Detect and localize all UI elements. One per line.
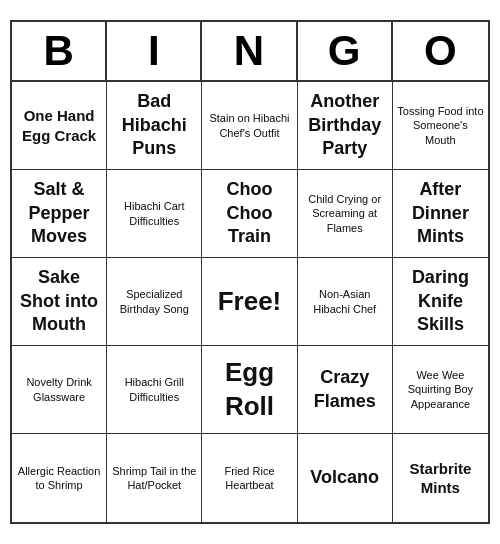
cell-text-18: Crazy Flames — [302, 366, 388, 413]
bingo-letter-b: B — [12, 22, 107, 80]
cell-text-4: Tossing Food into Someone's Mouth — [397, 104, 484, 147]
cell-text-17: Egg Roll — [206, 356, 292, 424]
cell-text-16: Hibachi Grill Difficulties — [111, 375, 197, 404]
cell-text-1: Bad Hibachi Puns — [111, 90, 197, 160]
bingo-cell-21: Shrimp Tail in the Hat/Pocket — [107, 434, 202, 522]
cell-text-5: Salt & Pepper Moves — [16, 178, 102, 248]
bingo-grid: One Hand Egg CrackBad Hibachi PunsStain … — [12, 82, 488, 522]
cell-text-13: Non-Asian Hibachi Chef — [302, 287, 388, 316]
cell-text-14: Daring Knife Skills — [397, 266, 484, 336]
bingo-cell-3: Another Birthday Party — [298, 82, 393, 170]
cell-text-19: Wee Wee Squirting Boy Appearance — [397, 368, 484, 411]
bingo-card: BINGO One Hand Egg CrackBad Hibachi Puns… — [10, 20, 490, 524]
cell-text-15: Novelty Drink Glassware — [16, 375, 102, 404]
bingo-cell-4: Tossing Food into Someone's Mouth — [393, 82, 488, 170]
bingo-cell-10: Sake Shot into Mouth — [12, 258, 107, 346]
bingo-cell-5: Salt & Pepper Moves — [12, 170, 107, 258]
bingo-cell-11: Specialized Birthday Song — [107, 258, 202, 346]
cell-text-6: Hibachi Cart Difficulties — [111, 199, 197, 228]
cell-text-7: Choo Choo Train — [206, 178, 292, 248]
bingo-cell-9: After Dinner Mints — [393, 170, 488, 258]
bingo-cell-15: Novelty Drink Glassware — [12, 346, 107, 434]
cell-text-8: Child Crying or Screaming at Flames — [302, 192, 388, 235]
cell-text-3: Another Birthday Party — [302, 90, 388, 160]
bingo-cell-14: Daring Knife Skills — [393, 258, 488, 346]
bingo-cell-22: Fried Rice Heartbeat — [202, 434, 297, 522]
cell-text-24: Starbrite Mints — [397, 459, 484, 498]
bingo-cell-17: Egg Roll — [202, 346, 297, 434]
bingo-header: BINGO — [12, 22, 488, 82]
bingo-cell-0: One Hand Egg Crack — [12, 82, 107, 170]
bingo-cell-7: Choo Choo Train — [202, 170, 297, 258]
bingo-cell-1: Bad Hibachi Puns — [107, 82, 202, 170]
bingo-cell-12: Free! — [202, 258, 297, 346]
bingo-letter-o: O — [393, 22, 488, 80]
cell-text-12: Free! — [218, 285, 282, 319]
cell-text-22: Fried Rice Heartbeat — [206, 464, 292, 493]
bingo-cell-6: Hibachi Cart Difficulties — [107, 170, 202, 258]
bingo-cell-19: Wee Wee Squirting Boy Appearance — [393, 346, 488, 434]
cell-text-20: Allergic Reaction to Shrimp — [16, 464, 102, 493]
cell-text-23: Volcano — [310, 466, 379, 489]
bingo-cell-2: Stain on Hibachi Chef's Outfit — [202, 82, 297, 170]
bingo-cell-8: Child Crying or Screaming at Flames — [298, 170, 393, 258]
cell-text-21: Shrimp Tail in the Hat/Pocket — [111, 464, 197, 493]
cell-text-9: After Dinner Mints — [397, 178, 484, 248]
bingo-cell-13: Non-Asian Hibachi Chef — [298, 258, 393, 346]
cell-text-0: One Hand Egg Crack — [16, 106, 102, 145]
cell-text-11: Specialized Birthday Song — [111, 287, 197, 316]
bingo-cell-24: Starbrite Mints — [393, 434, 488, 522]
bingo-letter-n: N — [202, 22, 297, 80]
cell-text-2: Stain on Hibachi Chef's Outfit — [206, 111, 292, 140]
bingo-cell-16: Hibachi Grill Difficulties — [107, 346, 202, 434]
bingo-cell-23: Volcano — [298, 434, 393, 522]
bingo-letter-g: G — [298, 22, 393, 80]
bingo-cell-20: Allergic Reaction to Shrimp — [12, 434, 107, 522]
cell-text-10: Sake Shot into Mouth — [16, 266, 102, 336]
bingo-letter-i: I — [107, 22, 202, 80]
bingo-cell-18: Crazy Flames — [298, 346, 393, 434]
